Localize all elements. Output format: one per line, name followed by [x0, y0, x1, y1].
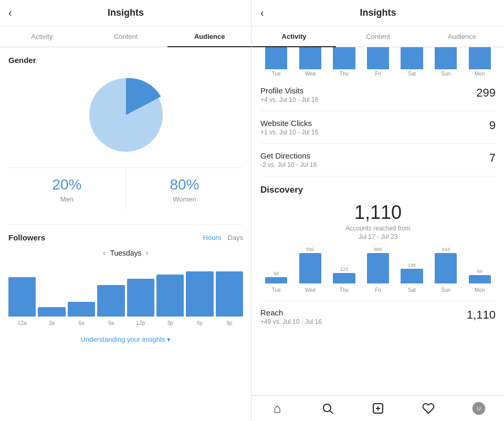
men-label: Men — [13, 195, 121, 203]
disc-bar-label: Wed — [305, 287, 316, 293]
discovery-bar — [299, 253, 321, 283]
add-icon — [372, 402, 384, 415]
heart-icon — [422, 402, 435, 415]
prev-day-arrow[interactable]: ‹ — [103, 248, 106, 258]
activity-bar — [299, 47, 321, 69]
right-tab-audience[interactable]: Audience — [420, 26, 504, 47]
bar-label: 12p — [136, 320, 145, 326]
nav-profile[interactable]: U — [454, 401, 504, 416]
right-tab-activity[interactable]: Activity — [252, 26, 336, 47]
time-toggle: Hours Days — [203, 234, 243, 241]
stat-info: Get Directions-2 vs. Jul 10 - Jul 16 — [260, 151, 317, 169]
nav-home[interactable]: ⌂ — [252, 401, 302, 416]
understanding-link[interactable]: Understanding your insights ▾ — [8, 327, 243, 352]
left-back-icon[interactable]: ‹ — [8, 7, 12, 19]
bar-label: 9a — [108, 320, 114, 326]
women-label: Women — [130, 195, 239, 203]
discovery-bar-group: 592Wed — [295, 247, 327, 283]
discovery-bar-group: 123Thu — [328, 247, 360, 283]
right-tab-content[interactable]: Content — [336, 26, 420, 47]
bar-label: 3p — [167, 320, 173, 326]
activity-bar-group: Wed — [295, 47, 327, 77]
discovery-bar — [333, 273, 355, 283]
left-header: ‹ Insights — [0, 0, 251, 26]
left-tab-activity[interactable]: Activity — [0, 26, 84, 47]
right-back-icon[interactable]: ‹ — [260, 7, 264, 19]
followers-bar — [216, 271, 243, 317]
men-stat: 20% Men — [8, 168, 126, 212]
stat-value: 9 — [489, 119, 496, 132]
activity-bar-label: Tue — [272, 71, 281, 77]
followers-bar-group: 12a — [8, 264, 36, 317]
disc-bar-value: 592 — [306, 247, 314, 252]
search-icon — [321, 402, 334, 415]
stat-row: Website Clicks+1 vs. Jul 10 - Jul 169 — [260, 111, 496, 144]
stat-name: Get Directions — [260, 151, 317, 160]
disc-bar-value: 89 — [477, 269, 482, 274]
disc-bar-label: Thu — [340, 287, 349, 293]
activity-bar — [367, 47, 389, 69]
nav-search[interactable] — [302, 401, 353, 416]
activity-bar-label: Wed — [305, 71, 316, 77]
discovery-bar-group: 643Sun — [430, 247, 462, 283]
svg-line-3 — [330, 411, 333, 414]
discovery-total: 1,110 Accounts reached from Jul 17 - Jul… — [260, 202, 496, 240]
left-tab-audience[interactable]: Audience — [167, 26, 251, 47]
stat-row: Profile Visits+4 vs. Jul 10 - Jul 16299 — [260, 79, 496, 111]
left-content: Gender 20% Men 80% — [0, 47, 251, 421]
stat-name: Website Clicks — [260, 119, 318, 128]
activity-bar-group: Tue — [260, 47, 292, 77]
discovery-section: Discovery 1,110 Accounts reached from Ju… — [252, 176, 504, 341]
activity-bar-group: Thu — [328, 47, 360, 77]
discovery-bar — [435, 253, 457, 283]
nav-add[interactable] — [353, 401, 403, 416]
discovery-bar — [469, 275, 491, 283]
followers-bar — [156, 275, 184, 317]
discovery-bar-group: 89Mon — [464, 247, 496, 283]
discovery-bar — [265, 277, 287, 283]
activity-bar — [333, 47, 355, 69]
stat-info: Website Clicks+1 vs. Jul 10 - Jul 16 — [260, 119, 318, 136]
followers-bar-group: 3a — [38, 264, 65, 317]
disc-bar-label: Sun — [441, 287, 450, 293]
home-icon: ⌂ — [274, 401, 281, 416]
stat-sub: +4 vs. Jul 10 - Jul 16 — [260, 96, 318, 103]
discovery-bar-group: 806Fri — [362, 247, 394, 283]
bar-label: 6a — [78, 320, 84, 326]
activity-bar-label: Sun — [441, 71, 450, 77]
right-header: ‹ Insights — [252, 0, 504, 26]
nav-heart[interactable] — [403, 401, 454, 416]
activity-bar-group: Sun — [430, 47, 462, 77]
discovery-number: 1,110 — [260, 202, 496, 224]
followers-header: Followers Hours Days — [8, 233, 243, 242]
profile-avatar: U — [472, 402, 486, 415]
activity-bar-group: Fri — [362, 47, 394, 77]
stat-info: Profile Visits+4 vs. Jul 10 - Jul 16 — [260, 86, 318, 103]
disc-bar-value: 58 — [274, 271, 279, 276]
stats-list: Profile Visits+4 vs. Jul 10 - Jul 16299W… — [252, 79, 504, 176]
disc-bar-value: 643 — [442, 247, 450, 252]
days-btn[interactable]: Days — [227, 234, 243, 241]
reach-label: Reach — [260, 308, 322, 317]
gender-pie-chart — [84, 73, 168, 157]
next-day-arrow[interactable]: › — [146, 248, 149, 258]
gender-title: Gender — [8, 56, 243, 65]
hours-btn[interactable]: Hours — [203, 234, 222, 241]
left-tab-content[interactable]: Content — [84, 26, 168, 47]
stat-name: Profile Visits — [260, 86, 318, 95]
discovery-bar-chart: 58Tue592Wed123Thu806Fri196Sat643Sun89Mon — [260, 247, 496, 294]
discovery-subtitle: Accounts reached from — [260, 225, 496, 232]
svg-point-2 — [323, 404, 331, 412]
bar-label: 9p — [226, 320, 232, 326]
activity-bar — [265, 47, 287, 69]
bar-label: 6p — [197, 320, 203, 326]
activity-bar-label: Thu — [340, 71, 349, 77]
disc-bar-label: Sat — [408, 287, 416, 293]
activity-bar — [435, 47, 457, 69]
gender-section: Gender 20% Men 80% — [8, 56, 243, 212]
stat-row: Get Directions-2 vs. Jul 10 - Jul 167 — [260, 144, 496, 176]
followers-title: Followers — [8, 233, 45, 242]
bar-label: 12a — [18, 320, 27, 326]
followers-bar — [97, 285, 124, 317]
discovery-bar-group: 58Tue — [260, 247, 292, 283]
